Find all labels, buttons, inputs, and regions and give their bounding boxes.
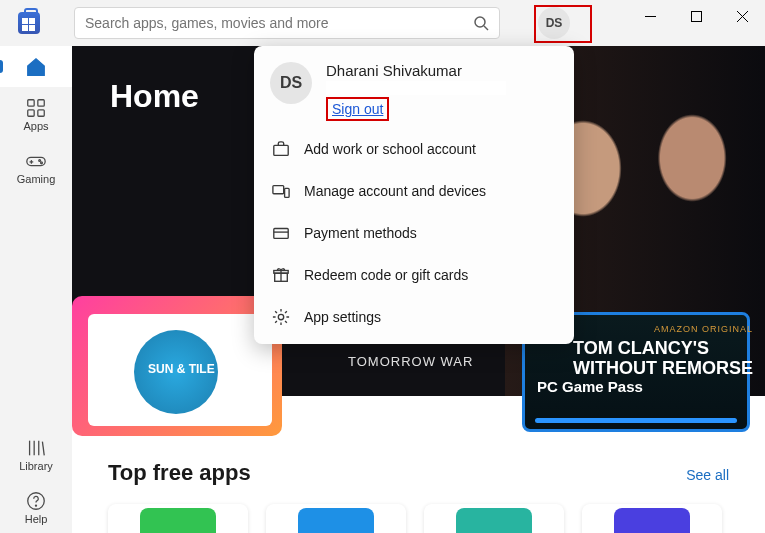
help-icon — [25, 490, 47, 512]
user-name: Dharani Shivakumar — [326, 62, 506, 79]
search-box[interactable] — [74, 7, 500, 39]
sidebar-item-library[interactable]: Library — [0, 427, 72, 480]
minimize-button[interactable] — [627, 0, 673, 32]
flyout-item-work-account[interactable]: Add work or school account — [254, 128, 574, 170]
flyout-item-label: Add work or school account — [304, 141, 476, 157]
hero-subcaption: AMAZON ORIGINAL — [654, 324, 753, 334]
annotation-box: Sign out — [326, 97, 389, 121]
sidebar-item-apps[interactable]: Apps — [0, 87, 72, 140]
flyout-item-label: Payment methods — [304, 225, 417, 241]
sidebar-item-label: Apps — [23, 120, 48, 132]
flyout-item-manage-devices[interactable]: Manage account and devices — [254, 170, 574, 212]
flyout-user: DS Dharani Shivakumar Sign out — [254, 46, 574, 128]
close-button[interactable] — [719, 0, 765, 32]
sign-out-link[interactable]: Sign out — [332, 101, 383, 117]
sidebar-item-gaming[interactable]: Gaming — [0, 140, 72, 193]
flyout-item-settings[interactable]: App settings — [254, 296, 574, 338]
account-flyout: DS Dharani Shivakumar Sign out Add work … — [254, 46, 574, 344]
section-title: Top free apps — [108, 460, 251, 486]
section-top-free: Top free apps See all — [72, 444, 765, 533]
sidebar-item-label: Help — [25, 513, 48, 525]
briefcase-icon — [272, 140, 290, 158]
gear-icon — [272, 308, 290, 326]
gamepad-icon — [25, 150, 47, 172]
sidebar-item-label: Library — [19, 460, 53, 472]
apps-icon — [25, 97, 47, 119]
avatar: DS — [270, 62, 312, 104]
app-tile[interactable] — [266, 504, 406, 533]
library-icon — [25, 437, 47, 459]
hero-movie-title: TOM CLANCY'SWITHOUT REMORSE — [573, 338, 753, 378]
flyout-item-label: Redeem code or gift cards — [304, 267, 468, 283]
maximize-button[interactable] — [673, 0, 719, 32]
card-icon — [272, 224, 290, 242]
user-email-redacted — [326, 81, 506, 95]
svg-rect-22 — [273, 186, 284, 194]
flyout-item-label: Manage account and devices — [304, 183, 486, 199]
svg-point-13 — [39, 160, 41, 162]
app-tile[interactable] — [582, 504, 722, 533]
search-input[interactable] — [85, 15, 473, 31]
hero-caption: TOMORROW WAR — [348, 354, 473, 369]
svg-rect-21 — [274, 145, 288, 155]
svg-rect-6 — [28, 100, 34, 106]
svg-rect-8 — [28, 110, 34, 116]
app-tile[interactable] — [424, 504, 564, 533]
home-icon — [25, 56, 47, 78]
svg-point-0 — [475, 17, 485, 27]
page-title: Home — [110, 78, 199, 115]
flyout-item-label: App settings — [304, 309, 381, 325]
svg-rect-3 — [691, 11, 701, 21]
svg-point-20 — [35, 505, 36, 506]
devices-icon — [272, 182, 290, 200]
hero-card-app[interactable]: SUN & TILE — [72, 296, 282, 436]
annotation-box — [534, 5, 592, 43]
svg-line-18 — [42, 442, 44, 456]
sidebar-item-help[interactable]: Help — [0, 480, 72, 533]
window-controls — [627, 0, 765, 32]
svg-rect-9 — [38, 110, 44, 116]
card-label: PC Game Pass — [537, 378, 643, 395]
svg-rect-24 — [274, 229, 288, 239]
store-logo-icon — [18, 12, 40, 34]
search-icon[interactable] — [473, 15, 489, 31]
see-all-link[interactable]: See all — [686, 467, 729, 483]
title-bar: DS — [0, 0, 765, 46]
gift-icon — [272, 266, 290, 284]
svg-point-29 — [278, 314, 283, 319]
svg-point-14 — [41, 162, 43, 164]
svg-line-1 — [484, 26, 488, 30]
thumb-label: SUN & TILE — [148, 362, 215, 376]
svg-rect-23 — [285, 188, 290, 197]
app-tile[interactable] — [108, 504, 248, 533]
flyout-item-payment[interactable]: Payment methods — [254, 212, 574, 254]
sidebar: Home Apps Gaming Library Help — [0, 46, 72, 533]
carousel-indicator — [535, 418, 737, 423]
sidebar-item-label: Gaming — [17, 173, 56, 185]
svg-rect-7 — [38, 100, 44, 106]
flyout-item-redeem[interactable]: Redeem code or gift cards — [254, 254, 574, 296]
sidebar-item-home[interactable]: Home — [0, 46, 72, 87]
